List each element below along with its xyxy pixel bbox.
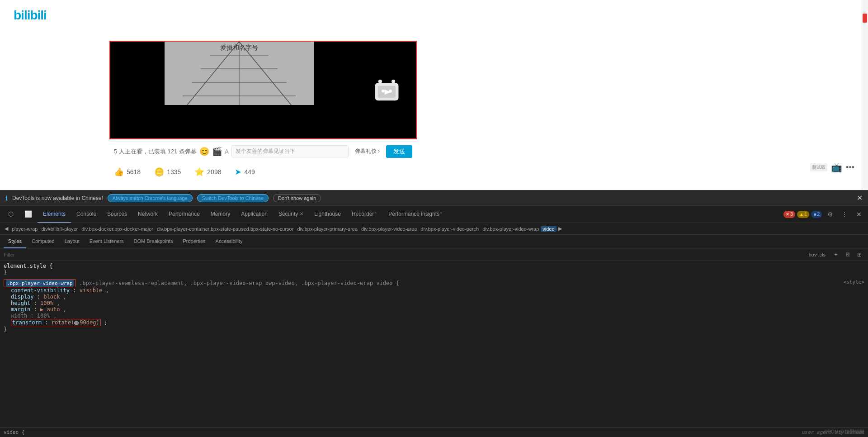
security-tab-close[interactable]: ✕ (300, 211, 303, 216)
danmu-gift-label: 弹幕礼仪 › (355, 147, 380, 155)
css-rule-element-style: element.style { } (4, 263, 864, 276)
more-options-icon[interactable]: ⋮ (838, 208, 851, 221)
close-devtools-icon[interactable]: ✕ (853, 208, 865, 221)
svg-point-10 (378, 79, 382, 83)
like-stat[interactable]: 👍 5618 (114, 167, 141, 177)
bc-video-wrap[interactable]: div.bpx-player-video-wrap (481, 226, 541, 232)
danmu-input[interactable]: 发个友善的弹幕见证当下 (231, 145, 349, 157)
panel-tab-properties[interactable]: Properties (178, 235, 210, 248)
bc-player-container[interactable]: div.bpx-player-container.bpx-state-pause… (155, 226, 295, 232)
css-prop-width: width : 100% , (11, 313, 864, 319)
bc-bpx-docker[interactable]: div.bpx-docker.bpx-docker-major (80, 226, 155, 232)
bc-video-perch[interactable]: div.bpx-player-video-perch (419, 226, 481, 232)
css-rule-bpx-video-wrap: .bpx-player-video-wrap .bpx-player-seaml… (4, 279, 864, 332)
element-style-close: } (4, 269, 864, 276)
video-gray-area: 爱摄和名字号 (165, 42, 314, 105)
layout-icon[interactable]: ⊞ (854, 250, 864, 260)
css-source-style: <style> (844, 279, 864, 285)
tab-memory[interactable]: Memory (205, 206, 236, 223)
share-icon: ➤ (235, 167, 241, 177)
coin-icon: 🪙 (154, 167, 164, 177)
info-badge: ■ 2 (811, 211, 822, 218)
video-player: 爱摄和名字号 (109, 41, 417, 139)
tv-icon[interactable]: 📺 (831, 162, 842, 173)
selector-highlight[interactable]: .bpx-player-video-wrap (6, 280, 74, 287)
panel-tab-computed[interactable]: Computed (27, 235, 59, 248)
devtools-tabs-right: ✕ 3 ▲ 1 ■ 2 ⚙ ⋮ ✕ (783, 208, 865, 221)
bc-bilibili-player[interactable]: div#bilibili-player (39, 226, 80, 232)
send-danmu-button[interactable]: 发送 (386, 145, 412, 158)
devtools-notification: ℹ DevTools is now available in Chinese! … (0, 190, 868, 206)
more-button[interactable]: ••• (846, 163, 854, 172)
bc-player-wrap[interactable]: player-wrap (10, 226, 39, 232)
share-stat[interactable]: ➤ 449 (235, 167, 255, 177)
dt-inspect-button[interactable]: ⬜ (19, 206, 38, 223)
video-controls-bar: 5 人正在看，已装填 121 条弹幕 😊 🎬 A 发个友善的弹幕见证当下 弹幕礼… (109, 141, 417, 161)
devtools-tabs: ⬡ ⬜ Elements Console Sources Network Per… (0, 206, 868, 223)
css-content: element.style { } .bpx-player-video-wrap… (0, 261, 868, 427)
tab-sources[interactable]: Sources (102, 206, 132, 223)
filter-input[interactable] (4, 252, 802, 257)
danmu-gift-btn[interactable]: 弹幕礼仪 › (351, 147, 383, 155)
svg-point-11 (392, 79, 395, 83)
emoji-icon1[interactable]: 😊 (199, 147, 209, 157)
add-style-icon[interactable]: + (831, 250, 841, 260)
copy-style-icon[interactable]: ⎘ (843, 250, 853, 260)
video-inner: 爱摄和名字号 (110, 42, 416, 138)
panel-tab-accessibility[interactable]: Accessibility (211, 235, 247, 248)
dont-show-button[interactable]: Don't show again (273, 194, 321, 202)
statusbar-text: video { (4, 429, 24, 435)
devtools-panel: ℹ DevTools is now available in Chinese! … (0, 190, 868, 437)
dt-nav-button[interactable]: ⬡ (3, 206, 19, 223)
tab-console[interactable]: Console (71, 206, 102, 223)
controls-left: 5 人正在看，已装填 121 条弹幕 😊 🎬 A 发个友善的弹幕见证当下 弹幕礼… (114, 145, 412, 158)
element-style-selector: element.style { (4, 263, 864, 269)
info-icon: ℹ (5, 195, 8, 202)
css-rule-selector-line: .bpx-player-video-wrap .bpx-player-seaml… (4, 279, 864, 287)
panel-tab-layout[interactable]: Layout (60, 235, 84, 248)
tab-recorder[interactable]: Recorder ⌃ (346, 206, 383, 223)
css-prop-transform: transform : rotate(90deg) ; (11, 319, 864, 326)
bc-video-area[interactable]: div.bpx-player-video-area (359, 226, 419, 232)
tab-performance-insights[interactable]: Performance insights ⌃ (383, 206, 448, 223)
selector-highlight-box: .bpx-player-video-wrap (4, 279, 76, 287)
panel-tab-styles[interactable]: Styles (4, 235, 26, 248)
coin-stat[interactable]: 🪙 1335 (154, 167, 181, 177)
tab-network[interactable]: Network (132, 206, 163, 223)
css-rule-close: } (4, 326, 864, 332)
star-stat[interactable]: ⭐ 2098 (194, 167, 221, 177)
scrollbar-thumb[interactable] (863, 14, 867, 23)
notification-close[interactable]: ✕ (857, 194, 863, 202)
notification-text: DevTools is now available in Chinese! (12, 195, 103, 201)
emoji-icon2[interactable]: 🎬 (212, 147, 222, 157)
bc-arrow[interactable]: ◀ (3, 226, 10, 232)
hov-cls-button[interactable]: :hov .cls (806, 251, 827, 258)
css-prop-margin: margin : ▶ auto , (11, 306, 864, 313)
error-count: 3 (790, 212, 793, 217)
bc-video[interactable]: video (541, 226, 556, 232)
star-icon: ⭐ (194, 167, 204, 177)
tab-performance[interactable]: Performance (163, 206, 205, 223)
settings-icon[interactable]: ⚙ (824, 208, 836, 221)
watching-count: 5 人正在看，已装填 121 条弹幕 (114, 147, 197, 156)
tab-application[interactable]: Application (236, 206, 273, 223)
switch-chinese-button[interactable]: Switch DevTools to Chinese (197, 194, 269, 202)
bc-arrow-right[interactable]: ▶ (557, 226, 564, 232)
scrollbar[interactable] (862, 0, 868, 190)
star-count: 2098 (207, 168, 221, 176)
tab-security[interactable]: Security ✕ (273, 206, 309, 223)
css-prop-height: height : 100% , (11, 300, 864, 306)
tab-lighthouse[interactable]: Lighthouse (309, 206, 346, 223)
bc-primary-area[interactable]: div.bpx-player-primary-area (295, 226, 359, 232)
tab-elements[interactable]: Elements (38, 206, 71, 223)
warning-count: 1 (805, 212, 807, 217)
filter-bar: :hov .cls + ⎘ ⊞ (0, 248, 868, 261)
bilibili-logo[interactable]: bilibili (14, 8, 47, 23)
panel-tab-dom-breakpoints[interactable]: DOM Breakpoints (129, 235, 178, 248)
svg-point-13 (389, 89, 392, 92)
bilibili-mascot (371, 74, 402, 106)
panel-tabs: Styles Computed Layout Event Listeners D… (0, 235, 868, 248)
css-prop-content-visibility: content-visibility : visible , (11, 287, 864, 294)
panel-tab-event-listeners[interactable]: Event Listeners (85, 235, 128, 248)
match-language-button[interactable]: Always match Chrome's language (108, 194, 193, 202)
